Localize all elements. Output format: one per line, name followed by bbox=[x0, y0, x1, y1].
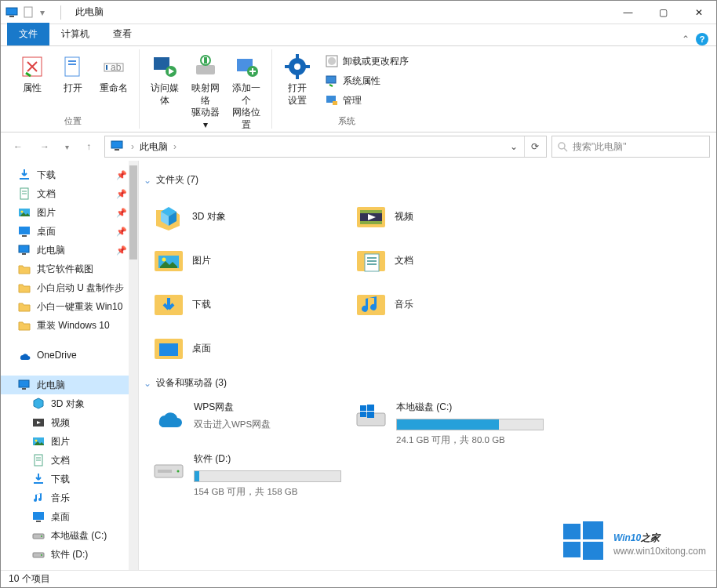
rename-button[interactable]: ab 重命名 bbox=[95, 51, 133, 98]
sidebar-item-desktop[interactable]: 桌面📌 bbox=[1, 222, 138, 241]
search-input[interactable]: 搜索"此电脑" bbox=[551, 136, 710, 158]
sidebar-item-music[interactable]: 音乐 bbox=[1, 488, 138, 507]
group-header-devices[interactable]: ⌄ 设备和驱动器 (3) bbox=[142, 370, 705, 397]
pc-icon bbox=[18, 379, 31, 391]
sidebar-item-video[interactable]: 视频 bbox=[1, 413, 138, 432]
open-settings-button[interactable]: 打开 设置 bbox=[278, 51, 316, 110]
sidebar-item-folder[interactable]: 小白启动 U 盘制作步 bbox=[1, 278, 138, 297]
svg-rect-28 bbox=[333, 101, 337, 105]
drive-item[interactable]: 本地磁盘 (C:)24.1 GB 可用，共 80.0 GB bbox=[355, 397, 551, 449]
folder-item[interactable]: 视频 bbox=[355, 194, 551, 238]
pc-icon bbox=[18, 244, 31, 256]
sidebar-item-folder[interactable]: 其它软件截图 bbox=[1, 260, 138, 278]
title-bar: ▾ 此电脑 — ▢ ✕ bbox=[1, 1, 716, 24]
breadcrumb[interactable]: 此电脑 bbox=[136, 139, 171, 155]
tab-computer[interactable]: 计算机 bbox=[49, 23, 101, 45]
pin-icon: 📌 bbox=[116, 170, 127, 180]
uninstall-programs-button[interactable]: 卸载或更改程序 bbox=[322, 53, 412, 70]
sidebar-item-drive[interactable]: 软件 (D:) bbox=[1, 545, 138, 564]
sidebar-item-onedrive[interactable]: OneDrive bbox=[1, 346, 138, 365]
svg-rect-40 bbox=[22, 235, 27, 237]
pin-icon: 📌 bbox=[116, 208, 127, 218]
desktop-icon bbox=[18, 225, 31, 238]
sidebar-item-pc[interactable]: 此电脑📌 bbox=[1, 241, 138, 260]
sidebar-item-download[interactable]: 下载 bbox=[1, 470, 138, 488]
sidebar-item-this-pc[interactable]: 此电脑 bbox=[1, 376, 138, 394]
properties-button[interactable]: 属性 bbox=[13, 51, 51, 98]
tab-file[interactable]: 文件 bbox=[7, 23, 49, 45]
dropdown-icon[interactable]: ▾ bbox=[40, 6, 53, 19]
sidebar-item-desktop[interactable]: 桌面 bbox=[1, 507, 138, 526]
open-button[interactable]: 打开 bbox=[54, 51, 92, 98]
history-dropdown-icon[interactable]: ▾ bbox=[60, 136, 73, 158]
ribbon-tabs: 文件 计算机 查看 ⌃ ? bbox=[1, 24, 716, 46]
svg-rect-1 bbox=[9, 16, 14, 17]
address-dropdown-icon[interactable]: ⌄ bbox=[504, 136, 524, 157]
svg-point-58 bbox=[41, 554, 42, 556]
forward-button[interactable]: → bbox=[34, 136, 56, 158]
pin-icon: 📌 bbox=[116, 245, 127, 256]
group-system-label: 系统 bbox=[338, 112, 355, 127]
group-header-folders[interactable]: ⌄ 文件夹 (7) bbox=[142, 167, 705, 194]
folder-item[interactable]: 下载 bbox=[153, 282, 349, 326]
video-icon bbox=[32, 416, 45, 429]
svg-rect-41 bbox=[19, 245, 29, 252]
drive-item[interactable]: WPS网盘双击进入WPS网盘 bbox=[153, 397, 349, 449]
manage-button[interactable]: 管理 bbox=[322, 92, 412, 109]
svg-rect-29 bbox=[111, 141, 122, 148]
folder-item[interactable]: 3D 对象 bbox=[153, 194, 349, 238]
sidebar-item-doc[interactable]: 文档📌 bbox=[1, 184, 138, 203]
svg-rect-43 bbox=[19, 380, 29, 387]
svg-point-48 bbox=[35, 440, 38, 442]
collapse-ribbon-icon[interactable]: ⌃ bbox=[682, 34, 690, 45]
add-network-location-button[interactable]: 添加一个 网络位置 bbox=[227, 51, 265, 134]
back-button[interactable]: ← bbox=[7, 136, 29, 158]
usage-bar bbox=[396, 419, 544, 430]
svg-rect-68 bbox=[365, 254, 379, 271]
svg-point-31 bbox=[559, 143, 565, 149]
folder-item[interactable]: 文档 bbox=[355, 238, 551, 282]
maximize-button[interactable]: ▢ bbox=[646, 1, 681, 24]
sidebar-item-3d[interactable]: 3D 对象 bbox=[1, 394, 138, 413]
folder-item[interactable]: 图片 bbox=[153, 238, 349, 282]
svg-rect-26 bbox=[326, 76, 336, 83]
sidebar-item-folder[interactable]: 小白一键重装 Win10 bbox=[1, 297, 138, 316]
close-button[interactable]: ✕ bbox=[681, 1, 716, 24]
svg-point-19 bbox=[294, 64, 300, 70]
sidebar-item-download[interactable]: 下载📌 bbox=[1, 165, 138, 184]
access-media-button[interactable]: 访问媒体 bbox=[146, 51, 184, 110]
svg-line-32 bbox=[564, 148, 567, 151]
help-icon[interactable]: ? bbox=[696, 33, 708, 45]
folder-icon bbox=[18, 319, 31, 332]
video-icon bbox=[355, 201, 387, 232]
address-bar[interactable]: › 此电脑 › ⌄ ⟳ bbox=[104, 136, 547, 158]
sidebar-item-drive[interactable]: 本地磁盘 (C:) bbox=[1, 526, 138, 545]
refresh-icon[interactable]: ⟳ bbox=[524, 136, 544, 157]
folder-item[interactable]: 桌面 bbox=[153, 326, 349, 370]
svg-rect-78 bbox=[367, 405, 374, 411]
chevron-down-icon: ⌄ bbox=[144, 378, 151, 389]
ribbon: 属性 打开 ab 重命名 位置 访问媒体 bbox=[1, 46, 716, 132]
svg-rect-53 bbox=[33, 512, 44, 520]
download-icon bbox=[153, 289, 184, 320]
svg-text:ab: ab bbox=[111, 62, 122, 73]
up-button[interactable]: ↑ bbox=[78, 136, 100, 158]
pin-icon: 📌 bbox=[116, 189, 127, 199]
map-drive-button[interactable]: 映射网络 驱动器 ▾ bbox=[187, 51, 224, 134]
system-properties-button[interactable]: 系统属性 bbox=[322, 72, 412, 89]
drive-item[interactable]: 软件 (D:)154 GB 可用，共 158 GB bbox=[153, 449, 349, 501]
minimize-button[interactable]: — bbox=[610, 1, 646, 24]
folder-item[interactable]: 音乐 bbox=[355, 282, 551, 326]
cloud-icon bbox=[153, 401, 184, 432]
tab-view[interactable]: 查看 bbox=[101, 23, 144, 45]
svg-rect-42 bbox=[22, 253, 26, 255]
svg-rect-83 bbox=[158, 470, 172, 473]
sidebar-item-folder[interactable]: 重装 Windows 10 bbox=[1, 316, 138, 335]
desktop-icon bbox=[153, 332, 184, 364]
sidebar-item-doc[interactable]: 文档 bbox=[1, 451, 138, 470]
sidebar-item-pic[interactable]: 图片📌 bbox=[1, 203, 138, 222]
svg-rect-15 bbox=[204, 57, 207, 64]
new-doc-icon[interactable] bbox=[23, 6, 35, 19]
sidebar-item-pic[interactable]: 图片 bbox=[1, 432, 138, 451]
scrollbar[interactable] bbox=[129, 161, 138, 570]
